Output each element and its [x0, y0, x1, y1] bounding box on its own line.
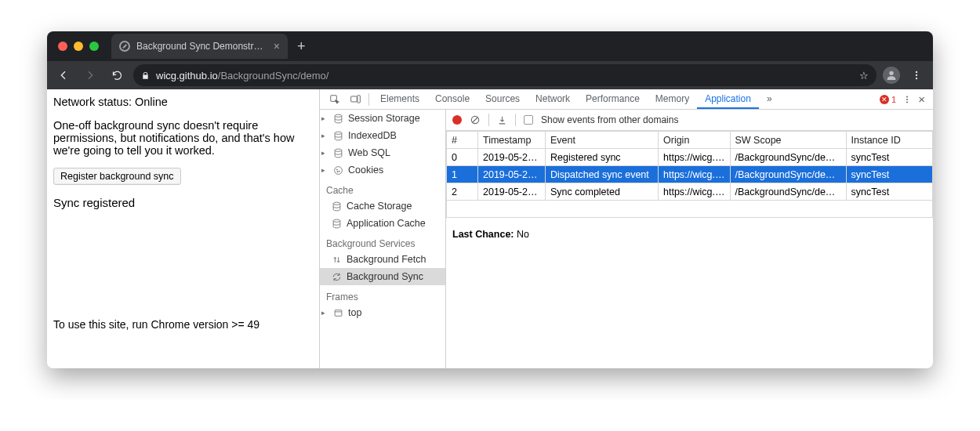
- svg-point-12: [335, 149, 342, 151]
- window-controls: [53, 42, 107, 51]
- sidebar-item-web-sql[interactable]: ▸Web SQL: [320, 144, 445, 161]
- event-details: Last Chance: No: [446, 218, 933, 251]
- error-indicator[interactable]: ✕1: [880, 95, 896, 104]
- devtools-tab-console[interactable]: Console: [427, 89, 477, 109]
- svg-rect-5: [350, 96, 357, 101]
- detail-label: Last Chance:: [452, 229, 514, 240]
- devtools-tab-memory[interactable]: Memory: [648, 89, 697, 109]
- url-host: wicg.github.io: [156, 70, 218, 81]
- column-header[interactable]: Instance ID: [846, 132, 933, 149]
- devtools-tab-application[interactable]: Application: [697, 89, 759, 109]
- record-button[interactable]: [452, 115, 462, 125]
- svg-point-9: [906, 101, 908, 103]
- svg-point-18: [333, 219, 340, 222]
- web-page: Network status: Online One-off backgroun…: [47, 89, 320, 368]
- column-header[interactable]: Origin: [659, 132, 731, 149]
- column-header[interactable]: Timestamp: [478, 132, 546, 149]
- register-sync-button[interactable]: Register background sync: [53, 168, 181, 185]
- table-row[interactable]: 02019-05-2…Registered synchttps://wicg.……: [447, 149, 933, 166]
- bookmark-star-icon[interactable]: ☆: [859, 70, 869, 81]
- devtools-panel: ElementsConsoleSourcesNetworkPerformance…: [320, 89, 933, 368]
- application-main: Show events from other domains #Timestam…: [446, 110, 933, 368]
- new-tab-button[interactable]: +: [288, 38, 315, 55]
- sidebar-item-cache-storage[interactable]: Cache Storage: [320, 197, 445, 215]
- svg-point-2: [916, 74, 917, 76]
- page-description: One-off background sync doesn't require …: [53, 119, 313, 157]
- devtools-tab-elements[interactable]: Elements: [372, 89, 427, 109]
- inspect-element-button[interactable]: [325, 89, 345, 109]
- table-row[interactable]: 22019-05-2…Sync completedhttps://wicg.…/…: [447, 183, 933, 201]
- close-window-button[interactable]: [58, 42, 67, 51]
- table-row[interactable]: 12019-05-2…Dispatched sync eventhttps://…: [447, 166, 933, 183]
- detail-value: No: [517, 229, 529, 240]
- sync-result: Sync registered: [53, 196, 313, 209]
- sidebar-section-cache: Cache: [320, 179, 445, 197]
- address-bar[interactable]: wicg.github.io/BackgroundSync/demo/ ☆: [133, 64, 877, 86]
- sidebar-item-background-sync[interactable]: Background Sync: [320, 268, 445, 285]
- devtools-tab-performance[interactable]: Performance: [578, 89, 648, 109]
- globe-icon: [119, 41, 130, 52]
- profile-button[interactable]: [883, 67, 900, 84]
- back-button[interactable]: [53, 65, 74, 85]
- download-button[interactable]: [497, 115, 507, 125]
- sidebar-item-background-fetch[interactable]: Background Fetch: [320, 251, 445, 268]
- application-sidebar: ▸Session Storage▸IndexedDB▸Web SQL▸Cooki…: [320, 110, 446, 368]
- sidebar-item-application-cache[interactable]: Application Cache: [320, 215, 445, 232]
- network-status: Network status: Online: [53, 96, 313, 108]
- lock-icon: [141, 71, 150, 80]
- sidebar-section-background-services: Background Services: [320, 232, 445, 251]
- minimize-window-button[interactable]: [74, 42, 83, 51]
- url-path: /BackgroundSync/demo/: [218, 70, 329, 81]
- bg-sync-toolbar: Show events from other domains: [446, 110, 933, 131]
- divider: [515, 114, 516, 126]
- reload-button[interactable]: [107, 65, 127, 85]
- window-icon: [332, 307, 343, 318]
- cookie-icon: [332, 165, 343, 176]
- titlebar: Background Sync Demonstratio × +: [47, 31, 933, 61]
- browser-tab[interactable]: Background Sync Demonstratio ×: [111, 34, 288, 59]
- device-toolbar-button[interactable]: [345, 89, 365, 109]
- sync-icon: [331, 271, 342, 282]
- svg-point-11: [335, 132, 342, 134]
- devtools-more-tabs[interactable]: »: [759, 89, 780, 109]
- svg-point-7: [906, 96, 908, 97]
- updown-icon: [331, 254, 342, 265]
- column-header[interactable]: #: [447, 132, 478, 149]
- svg-point-0: [889, 71, 893, 75]
- svg-point-16: [336, 171, 337, 172]
- devtools-tab-network[interactable]: Network: [528, 89, 578, 109]
- sidebar-section-frames: Frames: [320, 285, 445, 304]
- svg-rect-19: [335, 310, 342, 316]
- devtools-settings-button[interactable]: [902, 95, 912, 104]
- maximize-window-button[interactable]: [89, 42, 99, 51]
- tab-title: Background Sync Demonstratio: [136, 41, 267, 52]
- column-header[interactable]: SW Scope: [730, 132, 846, 149]
- svg-point-10: [335, 114, 342, 117]
- db-icon: [331, 218, 342, 229]
- svg-point-1: [916, 71, 917, 73]
- content-area: Network status: Online One-off backgroun…: [47, 89, 933, 368]
- divider: [488, 114, 489, 126]
- sidebar-item-session-storage[interactable]: ▸Session Storage: [320, 110, 445, 127]
- show-other-domains-label: Show events from other domains: [541, 114, 678, 125]
- close-tab-button[interactable]: ×: [274, 40, 280, 53]
- svg-point-8: [906, 99, 908, 100]
- column-header[interactable]: Event: [546, 132, 659, 149]
- svg-rect-6: [357, 95, 360, 102]
- clear-button[interactable]: [470, 114, 481, 125]
- browser-menu-button[interactable]: [906, 65, 927, 85]
- svg-point-13: [334, 166, 342, 174]
- devtools-tabbar: ElementsConsoleSourcesNetworkPerformance…: [320, 89, 933, 110]
- divider: [368, 93, 369, 106]
- db-icon: [332, 113, 343, 124]
- db-icon: [331, 201, 342, 212]
- sidebar-item-top[interactable]: ▸top: [320, 304, 445, 321]
- devtools-close-button[interactable]: ×: [918, 92, 925, 106]
- events-table: #TimestampEventOriginSW ScopeInstance ID…: [446, 131, 933, 218]
- sidebar-item-indexeddb[interactable]: ▸IndexedDB: [320, 127, 445, 144]
- show-other-domains-checkbox[interactable]: [524, 115, 533, 125]
- sidebar-item-cookies[interactable]: ▸Cookies: [320, 161, 445, 179]
- svg-point-17: [333, 202, 340, 205]
- forward-button[interactable]: [80, 65, 100, 85]
- devtools-tab-sources[interactable]: Sources: [477, 89, 528, 109]
